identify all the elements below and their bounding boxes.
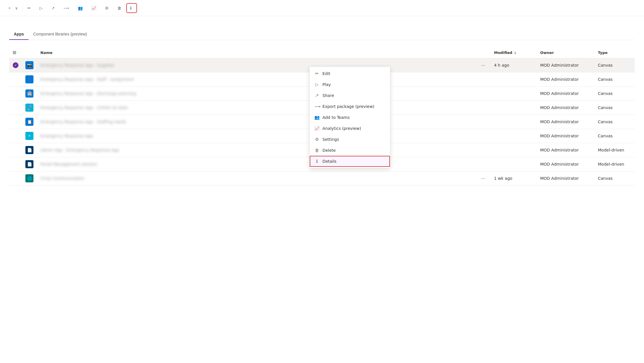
row-more-button[interactable]: ··· — [479, 175, 487, 182]
row-modified-cell: 4 h ago — [491, 58, 537, 72]
row-owner-cell: MOD Administrator — [537, 58, 594, 72]
row-name-cell: Emergency Response App — [37, 129, 476, 143]
menu-item-details[interactable]: ℹDetails — [310, 156, 390, 167]
menu-item-analytics-preview[interactable]: 📈Analytics (preview) — [310, 123, 390, 134]
row-dots-cell[interactable] — [476, 143, 491, 157]
row-check-cell[interactable] — [9, 171, 22, 186]
delete-button[interactable]: 🗑 — [114, 4, 126, 12]
row-dots-cell[interactable]: ··· — [476, 58, 491, 72]
row-check-cell[interactable] — [9, 129, 22, 143]
row-name-cell: Emergency Response App - COVID-19 stats — [37, 101, 476, 115]
row-owner-cell: MOD Administrator — [537, 115, 594, 129]
analytics-icon: 📈 — [91, 6, 96, 10]
row-name-cell: Emergency Response App - Staff - assignm… — [37, 72, 476, 87]
row-check-cell[interactable]: ✓ — [9, 58, 22, 72]
menu-item-icon: 🗑 — [314, 148, 320, 153]
row-type-cell: Canvas — [594, 129, 635, 143]
menu-item-export-package-preview[interactable]: ⟶Export package (preview) — [310, 101, 390, 112]
menu-item-icon: ⟶ — [314, 104, 320, 109]
tab-apps[interactable]: Apps — [9, 29, 29, 40]
menu-item-edit[interactable]: ✏️Edit — [310, 68, 390, 79]
play-button[interactable]: ▷ — [37, 4, 47, 12]
row-icon-cell: 🧬 — [22, 101, 37, 115]
export-icon: ⟶ — [63, 6, 69, 10]
row-modified-cell — [491, 115, 537, 129]
toolbar: ＋ ∨ ✏ ▷ ↗ ⟶ 👥 📈 ⚙ 🗑 ℹ — [0, 0, 644, 16]
app-name: Emergency Response App - Staff - assignm… — [40, 77, 134, 82]
row-icon-cell: 🏥 — [22, 87, 37, 101]
menu-item-icon: ✏️ — [314, 71, 320, 76]
settings-icon: ⚙ — [105, 6, 109, 10]
table-row[interactable]: 🌐Crisis Communication···1 wk agoMOD Admi… — [9, 171, 635, 186]
menu-item-icon: ℹ — [314, 159, 320, 164]
sort-icon: ↓ — [514, 51, 517, 55]
tab-component-libraries[interactable]: Component libraries (preview) — [29, 29, 92, 40]
row-dots-cell[interactable] — [476, 115, 491, 129]
row-modified-cell — [491, 143, 537, 157]
row-dots-cell[interactable] — [476, 129, 491, 143]
row-icon-cell: 📄 — [22, 157, 37, 171]
col-header-owner: Owner — [537, 47, 594, 58]
teams-icon: 👥 — [78, 6, 83, 10]
menu-item-play[interactable]: ▷Play — [310, 79, 390, 90]
chevron-down-icon: ∨ — [15, 6, 18, 10]
share-button[interactable]: ↗ — [48, 4, 59, 12]
menu-item-delete[interactable]: 🗑Delete — [310, 145, 390, 156]
menu-item-label: Analytics (preview) — [322, 126, 361, 131]
row-check-cell[interactable] — [9, 72, 22, 87]
row-type-cell: Canvas — [594, 101, 635, 115]
row-type-cell: Model-driven — [594, 143, 635, 157]
app-name: Emergency Response App - COVID-19 stats — [40, 105, 128, 110]
row-check-cell[interactable] — [9, 87, 22, 101]
col-header-modified[interactable]: Modified ↓ — [491, 47, 537, 58]
col-header-name[interactable]: Name — [37, 47, 476, 58]
menu-item-label: Delete — [322, 148, 336, 153]
table-container: ⊞ Name Modified ↓ Owner Type ✓📷Emergency… — [9, 47, 635, 186]
settings-button[interactable]: ⚙ — [102, 4, 113, 12]
menu-item-icon: 📈 — [314, 126, 320, 131]
row-name-cell: Emergency Response App - Discharge plann… — [37, 87, 476, 101]
row-dots-cell[interactable] — [476, 157, 491, 171]
details-button[interactable]: ℹ — [127, 4, 136, 12]
row-type-cell: Canvas — [594, 171, 635, 186]
row-type-cell: Model-driven — [594, 157, 635, 171]
export-button[interactable]: ⟶ — [61, 4, 74, 12]
plus-icon: ＋ — [7, 5, 12, 11]
app-name: Emergency Response App - Discharge plann… — [40, 91, 136, 96]
row-dots-cell[interactable] — [476, 72, 491, 87]
analytics-button[interactable]: 📈 — [89, 4, 101, 12]
col-header-dots — [476, 47, 491, 58]
menu-item-settings[interactable]: ⚙Settings — [310, 134, 390, 145]
menu-item-label: Share — [322, 93, 334, 98]
add-to-teams-button[interactable]: 👥 — [75, 4, 87, 12]
app-icon: 📄 — [25, 160, 33, 168]
tabs-bar: Apps Component libraries (preview) — [9, 29, 635, 40]
menu-item-share[interactable]: ↗Share — [310, 90, 390, 101]
app-icon: 🌐 — [25, 174, 33, 182]
row-modified-cell — [491, 157, 537, 171]
row-dots-cell[interactable] — [476, 101, 491, 115]
row-check-cell[interactable] — [9, 143, 22, 157]
row-owner-cell: MOD Administrator — [537, 157, 594, 171]
menu-item-label: Settings — [322, 137, 339, 142]
row-modified-cell — [491, 87, 537, 101]
edit-button[interactable]: ✏ — [25, 4, 35, 12]
row-dots-cell[interactable]: ··· — [476, 171, 491, 186]
row-check-cell[interactable] — [9, 157, 22, 171]
row-more-button[interactable]: ··· — [479, 62, 487, 69]
row-owner-cell: MOD Administrator — [537, 171, 594, 186]
table-grid-icon: ⊞ — [13, 50, 16, 55]
row-icon-cell: 📋 — [22, 115, 37, 129]
row-type-cell: Canvas — [594, 87, 635, 101]
row-modified-cell — [491, 129, 537, 143]
menu-item-label: Edit — [322, 71, 330, 76]
row-check-cell[interactable] — [9, 115, 22, 129]
app-icon: 👤 — [25, 75, 33, 83]
row-dots-cell[interactable] — [476, 87, 491, 101]
menu-item-add-to-teams[interactable]: 👥Add to Teams — [310, 112, 390, 123]
row-name-cell: Emergency Response App - Supplies — [37, 58, 476, 72]
row-check-cell[interactable] — [9, 101, 22, 115]
row-name-cell: Portal Management solution — [37, 157, 476, 171]
new-app-button[interactable]: ＋ ∨ — [5, 4, 21, 12]
app-icon: 📄 — [25, 146, 33, 154]
